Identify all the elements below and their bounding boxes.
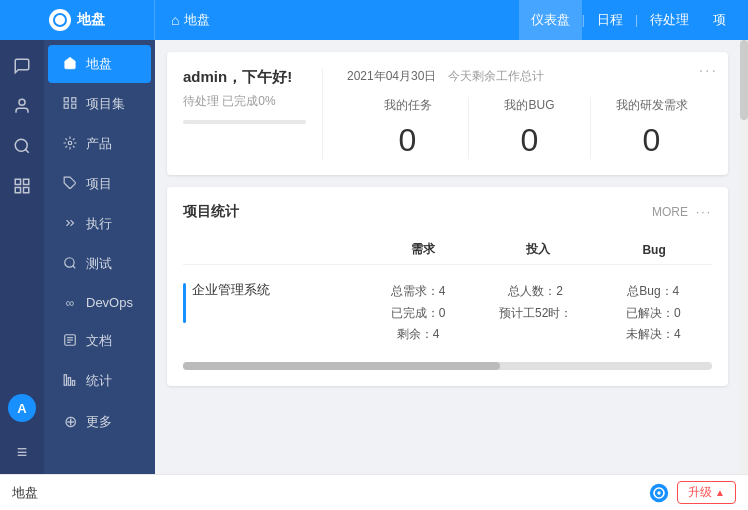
col-input: 投入 [480, 241, 596, 258]
welcome-stats: 我的任务 0 我的BUG 0 我的研发需求 0 [347, 97, 712, 159]
sidebar-label-devops: DevOps [86, 295, 133, 310]
sidebar-item-docs[interactable]: 文档 [48, 322, 151, 360]
sidebar-label-execution: 执行 [86, 215, 112, 233]
nav-pending[interactable]: 待处理 [638, 0, 701, 40]
bottom-title: 地盘 [12, 484, 649, 502]
project-name-cell: 企业管理系统 [183, 281, 359, 323]
svg-line-14 [73, 265, 76, 268]
welcome-right: 2021年04月30日 今天剩余工作总计 我的任务 0 我的BUG 0 [323, 68, 712, 159]
bottom-right: 升级 ▲ [649, 481, 736, 504]
bug-done: 已解决：0 [594, 303, 712, 325]
right-scrollbar-thumb [740, 40, 748, 120]
sidebar-item-more[interactable]: ⊕ 更多 [48, 402, 151, 441]
upgrade-button[interactable]: 升级 ▲ [677, 481, 736, 504]
nav-dashboard[interactable]: 仪表盘 [519, 0, 582, 40]
project-stats-more[interactable]: MORE ··· [652, 205, 712, 219]
project-bug-col: 总Bug：4 已解决：0 未解决：4 [594, 281, 712, 346]
text-sidebar: 地盘 项目集 产品 项目 [44, 40, 155, 474]
sidebar-label-projectset: 项目集 [86, 95, 125, 113]
svg-rect-9 [64, 104, 68, 108]
svg-point-0 [19, 99, 25, 105]
input-total: 总人数：2 [477, 281, 595, 303]
stat-bugs-value: 0 [485, 122, 574, 159]
main-layout: A ≡ 地盘 项目集 产品 [0, 40, 748, 474]
welcome-card-more[interactable]: ··· [699, 62, 718, 80]
grid-icon-btn[interactable] [4, 168, 40, 204]
app-logo [49, 9, 71, 31]
project-indicator [183, 283, 186, 323]
project-stats-card: 项目统计 MORE ··· 需求 投入 Bug 企业管理系统 [167, 187, 728, 386]
top-bar-nav: ⌂ 地盘 [155, 0, 519, 40]
stats-icon [62, 373, 78, 390]
sidebar-item-devops[interactable]: ∞ DevOps [48, 285, 151, 320]
svg-point-24 [657, 491, 660, 494]
svg-rect-10 [72, 104, 76, 108]
col-demand: 需求 [365, 241, 481, 258]
project-row: 企业管理系统 总需求：4 已完成：0 剩余：4 [183, 273, 712, 354]
input-predict: 预计工52时： [477, 303, 595, 325]
upgrade-arrow-icon: ▲ [715, 487, 725, 498]
bottom-bar: 地盘 升级 ▲ [0, 474, 748, 510]
stat-dev-reqs-value: 0 [607, 122, 696, 159]
nav-more[interactable]: 项 [701, 0, 738, 40]
demand-remain: 剩余：4 [359, 324, 477, 346]
menu-icon-btn[interactable]: ≡ [4, 434, 40, 470]
stat-dev-reqs-label: 我的研发需求 [607, 97, 696, 114]
devops-icon: ∞ [62, 296, 78, 310]
bug-remain: 未解决：4 [594, 324, 712, 346]
welcome-date: 2021年04月30日 今天剩余工作总计 [347, 68, 712, 85]
sidebar-label-docs: 文档 [86, 332, 112, 350]
nav-schedule[interactable]: 日程 [585, 0, 635, 40]
svg-point-13 [65, 257, 74, 266]
avatar[interactable]: A [8, 394, 36, 422]
sidebar-item-product[interactable]: 产品 [48, 125, 151, 163]
projectset-icon [62, 96, 78, 113]
home-nav[interactable]: ⌂ 地盘 [171, 11, 210, 29]
sidebar-item-test[interactable]: 测试 [48, 245, 151, 283]
sidebar-item-project[interactable]: 项目 [48, 165, 151, 203]
svg-line-2 [25, 149, 28, 152]
svg-point-1 [15, 139, 27, 151]
svg-rect-8 [72, 97, 76, 101]
test-icon [62, 256, 78, 273]
search-icon-btn[interactable] [4, 128, 40, 164]
horizontal-scrollbar[interactable] [183, 362, 712, 370]
project-demand-col: 总需求：4 已完成：0 剩余：4 [359, 281, 477, 346]
svg-rect-6 [24, 188, 29, 193]
app-title: 地盘 [77, 11, 105, 29]
user-icon-btn[interactable] [4, 88, 40, 124]
project-stats-header: 项目统计 MORE ··· [183, 203, 712, 221]
home-sidebar-icon [62, 56, 78, 73]
stat-bugs: 我的BUG 0 [469, 97, 591, 159]
sidebar-item-projectset[interactable]: 项目集 [48, 85, 151, 123]
sidebar-item-execution[interactable]: 执行 [48, 205, 151, 243]
svg-rect-20 [68, 377, 70, 385]
chat-icon-btn[interactable] [4, 48, 40, 84]
execution-icon [62, 216, 78, 233]
project-icon [62, 176, 78, 193]
demand-total: 总需求：4 [359, 281, 477, 303]
content-area: ··· admin，下午好! 待处理 已完成0% 2021年04月30日 今天剩… [155, 40, 740, 474]
right-scrollbar[interactable] [740, 40, 748, 474]
svg-rect-3 [15, 179, 20, 184]
sidebar-label-dashboard: 地盘 [86, 55, 112, 73]
sidebar-item-stats[interactable]: 统计 [48, 362, 151, 400]
welcome-card: ··· admin，下午好! 待处理 已完成0% 2021年04月30日 今天剩… [167, 52, 728, 175]
demand-done: 已完成：0 [359, 303, 477, 325]
sidebar-item-dashboard[interactable]: 地盘 [48, 45, 151, 83]
welcome-sub-text: 待处理 已完成0% [183, 94, 276, 108]
sidebar-label-stats: 统计 [86, 372, 112, 390]
top-bar-right: 仪表盘 | 日程 | 待处理 项 [519, 0, 748, 40]
svg-rect-5 [15, 188, 20, 193]
home-icon: ⌂ [171, 12, 179, 28]
welcome-sub: 待处理 已完成0% [183, 93, 306, 110]
home-label: 地盘 [184, 11, 210, 29]
top-bar-left: 地盘 [0, 0, 155, 40]
bug-total: 总Bug：4 [594, 281, 712, 303]
stat-dev-reqs: 我的研发需求 0 [591, 97, 712, 159]
dashboard-content: ··· admin，下午好! 待处理 已完成0% 2021年04月30日 今天剩… [155, 40, 740, 474]
sidebar-label-more: 更多 [86, 413, 112, 431]
svg-rect-21 [72, 380, 74, 385]
svg-rect-19 [64, 374, 66, 385]
icon-sidebar: A ≡ [0, 40, 44, 474]
